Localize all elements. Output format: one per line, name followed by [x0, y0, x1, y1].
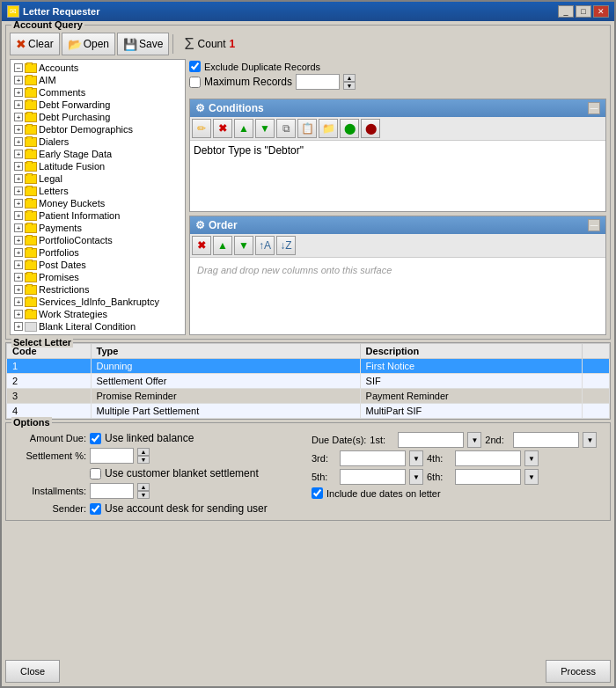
tree-item[interactable]: +Legal — [12, 172, 183, 185]
tree-item[interactable]: +Patient Information — [12, 209, 183, 222]
condition-paste-button[interactable]: 📋 — [297, 119, 317, 138]
order-collapse-button[interactable]: — — [588, 219, 600, 231]
date1-input[interactable]: 4/12/2013 — [398, 432, 464, 448]
minimize-button[interactable]: _ — [558, 5, 574, 18]
tree-expander[interactable]: + — [14, 260, 23, 269]
date2-input[interactable]: 5/13/2013 — [513, 432, 579, 448]
installments-down[interactable]: ▼ — [137, 491, 150, 499]
order-up-button[interactable]: ▲ — [213, 236, 232, 255]
tree-item[interactable]: +Work Strategies — [12, 308, 183, 320]
tree-expander[interactable]: − — [14, 63, 23, 72]
tree-item[interactable]: +Latitude Fusion — [12, 160, 183, 172]
order-sort-asc-button[interactable]: ↑A — [255, 236, 275, 255]
settlement-up[interactable]: ▲ — [137, 448, 150, 456]
tree-item[interactable]: +Debtor Demographics — [12, 123, 183, 135]
use-account-desk-checkbox[interactable] — [90, 503, 101, 515]
letter-table-row[interactable]: 1DunningFirst Notice — [7, 359, 610, 374]
close-button[interactable]: Close — [5, 660, 60, 683]
condition-up-button[interactable]: ▲ — [234, 119, 253, 138]
condition-delete-button[interactable]: ✖ — [213, 119, 232, 138]
tree-expander[interactable]: + — [14, 88, 23, 97]
max-records-checkbox[interactable] — [189, 77, 201, 88]
tree-container[interactable]: −Accounts+AIM+Comments+Debt Forwarding+D… — [10, 59, 186, 335]
include-due-dates-checkbox[interactable] — [312, 487, 323, 499]
order-sort-desc-button[interactable]: ↓Z — [276, 236, 296, 255]
tree-item[interactable]: +PortfolioContacts — [12, 234, 183, 246]
tree-expander[interactable]: + — [14, 187, 23, 195]
tree-item[interactable]: +Money Buckets — [12, 197, 183, 209]
tree-item[interactable]: +Restrictions — [12, 283, 183, 296]
tree-expander[interactable]: + — [14, 199, 23, 208]
date4-arrow[interactable]: ▼ — [524, 450, 539, 466]
tree-expander[interactable]: + — [14, 285, 23, 294]
maximize-button[interactable]: □ — [576, 5, 591, 18]
process-button[interactable]: Process — [546, 660, 611, 683]
tree-expander[interactable]: + — [14, 322, 23, 331]
tree-item[interactable]: +Letters — [12, 185, 183, 197]
condition-folder-button[interactable]: 📁 — [319, 119, 338, 138]
tree-expander[interactable]: + — [14, 100, 23, 109]
tree-expander[interactable]: + — [14, 76, 23, 84]
exclude-duplicate-checkbox[interactable] — [189, 61, 201, 72]
tree-item[interactable]: +Comments — [12, 86, 183, 99]
tree-item[interactable]: +Debt Purchasing — [12, 111, 183, 123]
max-records-input[interactable]: 100 — [296, 74, 340, 90]
tree-item[interactable]: +Early Stage Data — [12, 148, 183, 160]
letter-table-row[interactable]: 3Promise ReminderPayment Reminder — [7, 389, 610, 404]
tree-item[interactable]: +Dialers — [12, 135, 183, 148]
order-down-button[interactable]: ▼ — [234, 236, 253, 255]
tree-expander[interactable]: + — [14, 174, 23, 183]
condition-edit-button[interactable]: ✏ — [192, 119, 211, 138]
settlement-down[interactable]: ▼ — [137, 456, 150, 464]
clear-button[interactable]: ✖ Clear — [10, 33, 60, 55]
installments-input[interactable]: 1 — [90, 483, 134, 499]
tree-expander[interactable]: + — [14, 113, 23, 121]
condition-down-button[interactable]: ▼ — [255, 119, 275, 138]
date6-arrow[interactable]: ▼ — [524, 469, 539, 485]
tree-item[interactable]: +Payments — [12, 222, 183, 234]
window-close-button[interactable]: ✕ — [593, 5, 609, 18]
tree-expander[interactable]: + — [14, 236, 23, 245]
date2-arrow[interactable]: ▼ — [583, 432, 597, 448]
tree-item[interactable]: +Post Dates — [12, 259, 183, 271]
date3-arrow[interactable]: ▼ — [409, 450, 423, 466]
settlement-input[interactable]: 100 — [90, 448, 134, 464]
date4-input[interactable]: 7/12/2013 — [455, 450, 521, 466]
use-linked-balance-checkbox[interactable] — [90, 433, 101, 444]
date5-input[interactable]: 8/12/2013 — [340, 469, 406, 485]
tree-item[interactable]: −Accounts — [12, 62, 183, 74]
max-records-up[interactable]: ▲ — [343, 74, 356, 82]
date1-arrow[interactable]: ▼ — [467, 432, 481, 448]
save-button[interactable]: 💾 Save — [117, 33, 169, 55]
tree-expander[interactable]: + — [14, 273, 23, 282]
installments-up[interactable]: ▲ — [137, 483, 150, 491]
conditions-collapse-button[interactable]: — — [588, 102, 600, 114]
use-blanket-checkbox[interactable] — [90, 468, 101, 479]
tree-expander[interactable]: + — [14, 248, 23, 257]
tree-expander[interactable]: + — [14, 125, 23, 134]
tree-expander[interactable]: + — [14, 137, 23, 146]
tree-expander[interactable]: + — [14, 162, 23, 171]
tree-expander[interactable]: + — [14, 211, 23, 220]
date6-input[interactable]: 9/11/2013 — [455, 469, 521, 485]
condition-toggle-on-button[interactable]: ⬤ — [340, 119, 359, 138]
tree-item[interactable]: +Blank Literal Condition — [12, 320, 183, 333]
letter-table-row[interactable]: 2Settlement OfferSIF — [7, 374, 610, 389]
order-delete-button[interactable]: ✖ — [192, 236, 211, 255]
tree-expander[interactable]: + — [14, 297, 23, 306]
tree-item[interactable]: +Promises — [12, 271, 183, 283]
tree-item[interactable]: +Services_IdInfo_Bankruptcy — [12, 296, 183, 308]
date5-arrow[interactable]: ▼ — [409, 469, 423, 485]
max-records-down[interactable]: ▼ — [343, 82, 356, 90]
tree-expander[interactable]: + — [14, 150, 23, 158]
condition-copy-button[interactable]: ⧉ — [276, 119, 296, 138]
date3-input[interactable]: 6/12/2013 — [340, 450, 406, 466]
tree-expander[interactable]: + — [14, 223, 23, 232]
open-button[interactable]: 📂 Open — [62, 33, 115, 55]
tree-item[interactable]: +AIM — [12, 74, 183, 86]
tree-item[interactable]: +Portfolios — [12, 246, 183, 259]
tree-expander[interactable]: + — [14, 310, 23, 318]
condition-toggle-off-button[interactable]: ⬤ — [361, 119, 380, 138]
letter-table-row[interactable]: 4Multiple Part SettlementMultiPart SIF — [7, 404, 610, 419]
tree-item[interactable]: +Debt Forwarding — [12, 99, 183, 111]
